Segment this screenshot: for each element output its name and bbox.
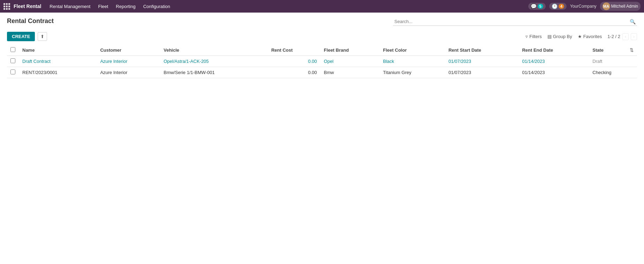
main-menu: Rental Management Fleet Reporting Config…: [46, 2, 526, 10]
upload-button[interactable]: ⬆: [38, 32, 47, 41]
cell-customer-0: Azure Interior: [97, 56, 160, 67]
filters-label: Filters: [529, 34, 541, 39]
pagination-text: 1-2 / 2: [607, 34, 620, 39]
col-header-vehicle: Vehicle: [160, 45, 268, 56]
next-page-button[interactable]: ›: [631, 33, 637, 40]
create-button[interactable]: CREATE: [7, 32, 35, 41]
cell-rent-start-0: 01/07/2023: [445, 56, 518, 67]
toolbar-left: CREATE ⬆: [7, 32, 47, 41]
fleet-color-link-0[interactable]: Black: [383, 59, 394, 64]
search-input[interactable]: [393, 17, 637, 26]
col-header-fleet-color: Fleet Color: [380, 45, 445, 56]
app-grid-icon[interactable]: [3, 3, 10, 10]
top-navbar: Fleet Rental Rental Management Fleet Rep…: [0, 0, 644, 13]
rent-end-link-0[interactable]: 01/14/2023: [522, 59, 545, 64]
brand-logo: Fleet Rental: [14, 3, 41, 9]
user-menu[interactable]: MA Mitchell Admin: [600, 2, 641, 11]
cell-fleet-brand-0: Opel: [320, 56, 380, 67]
filters-button[interactable]: ▿ Filters: [525, 34, 541, 39]
cell-vehicle-0: Opel/Astra/1-ACK-205: [160, 56, 268, 67]
avatar: MA: [603, 2, 610, 10]
group-by-label: Group By: [553, 34, 572, 39]
menu-fleet[interactable]: Fleet: [94, 2, 112, 10]
toolbar-right: ▿ Filters ▤ Group By ★ Favorites 1-2 / 2…: [525, 33, 637, 40]
col-header-fleet-brand: Fleet Brand: [320, 45, 380, 56]
group-by-button[interactable]: ▤ Group By: [547, 34, 572, 39]
clock-icon: 🕐: [552, 3, 558, 9]
messages-button[interactable]: 💬 5: [528, 3, 546, 10]
vehicle-link-0[interactable]: Opel/Astra/1-ACK-205: [164, 59, 209, 64]
col-header-rent-start-date: Rent Start Date: [445, 45, 518, 56]
col-header-name: Name: [19, 45, 97, 56]
cell-rent-start-1: 01/07/2023: [445, 67, 518, 78]
cell-rent-end-1: 01/14/2023: [518, 67, 589, 78]
favorites-button[interactable]: ★ Favorites: [578, 34, 602, 39]
brand-name: Fleet Rental: [14, 3, 41, 9]
search-bar: 🔍: [393, 17, 637, 26]
state-link-0[interactable]: Draft: [592, 59, 602, 64]
menu-configuration[interactable]: Configuration: [140, 2, 174, 10]
table-row: RENT/2023/0001Azure InteriorBmw/Serie 1/…: [7, 67, 637, 78]
cell-name-1: RENT/2023/0001: [19, 67, 97, 78]
menu-rental-management[interactable]: Rental Management: [46, 2, 94, 10]
pagination: 1-2 / 2 ‹ ›: [607, 33, 637, 40]
customer-link-0[interactable]: Azure Interior: [100, 59, 127, 64]
cell-state-1: Checking: [589, 67, 637, 78]
col-header-rent-end-date: Rent End Date: [518, 45, 589, 56]
cell-state-0: Draft: [589, 56, 637, 67]
search-icon: 🔍: [630, 19, 636, 24]
chat-icon: 💬: [531, 3, 537, 9]
row-checkbox-0[interactable]: [10, 58, 15, 63]
main-content: Rental Contract 🔍 CREATE ⬆ ▿ Filters ▤ G…: [0, 13, 644, 264]
activities-count: 4: [559, 4, 564, 9]
cell-customer-1: Azure Interior: [97, 67, 160, 78]
cell-name-0: Draft Contract: [19, 56, 97, 67]
rent-start-link-0[interactable]: 01/07/2023: [448, 59, 471, 64]
user-name: Mitchell Admin: [611, 4, 638, 9]
cell-vehicle-1: Bmw/Serie 1/1-BMW-001: [160, 67, 268, 78]
table-header-row: Name Customer Vehicle Rent Cost Fleet Br…: [7, 45, 637, 56]
col-header-customer: Customer: [97, 45, 160, 56]
fleet-brand-link-0[interactable]: Opel: [324, 59, 333, 64]
groupby-icon: ▤: [547, 34, 552, 39]
column-settings-icon[interactable]: ⇅: [630, 47, 634, 53]
select-all-header: [7, 45, 19, 56]
page-title: Rental Contract: [7, 17, 54, 25]
company-name: YourCompany: [570, 4, 597, 9]
name-link-0[interactable]: Draft Contract: [22, 59, 51, 64]
rental-contracts-table: Name Customer Vehicle Rent Cost Fleet Br…: [7, 45, 637, 78]
cell-fleet-color-1: Titanium Grey: [380, 67, 445, 78]
cell-rent-cost-1: 0.00: [268, 67, 320, 78]
star-icon: ★: [578, 34, 582, 39]
filter-icon: ▿: [525, 34, 528, 39]
select-all-checkbox[interactable]: [10, 47, 15, 52]
topnav-right: 💬 5 🕐 4 YourCompany MA Mitchell Admin: [528, 2, 641, 11]
prev-page-button[interactable]: ‹: [622, 33, 629, 40]
row-checkbox-1[interactable]: [10, 69, 15, 74]
messages-count: 5: [538, 4, 543, 9]
rent-cost-link-0[interactable]: 0.00: [308, 59, 317, 64]
cell-rent-end-0: 01/14/2023: [518, 56, 589, 67]
table-row: Draft ContractAzure InteriorOpel/Astra/1…: [7, 56, 637, 67]
favorites-label: Favorites: [583, 34, 602, 39]
col-header-state: State ⇅: [589, 45, 637, 56]
activities-button[interactable]: 🕐 4: [549, 3, 567, 10]
toolbar: CREATE ⬆ ▿ Filters ▤ Group By ★ Favorite…: [7, 32, 637, 41]
cell-fleet-color-0: Black: [380, 56, 445, 67]
cell-rent-cost-0: 0.00: [268, 56, 320, 67]
menu-reporting[interactable]: Reporting: [112, 2, 139, 10]
col-header-rent-cost: Rent Cost: [268, 45, 320, 56]
cell-fleet-brand-1: Bmw: [320, 67, 380, 78]
